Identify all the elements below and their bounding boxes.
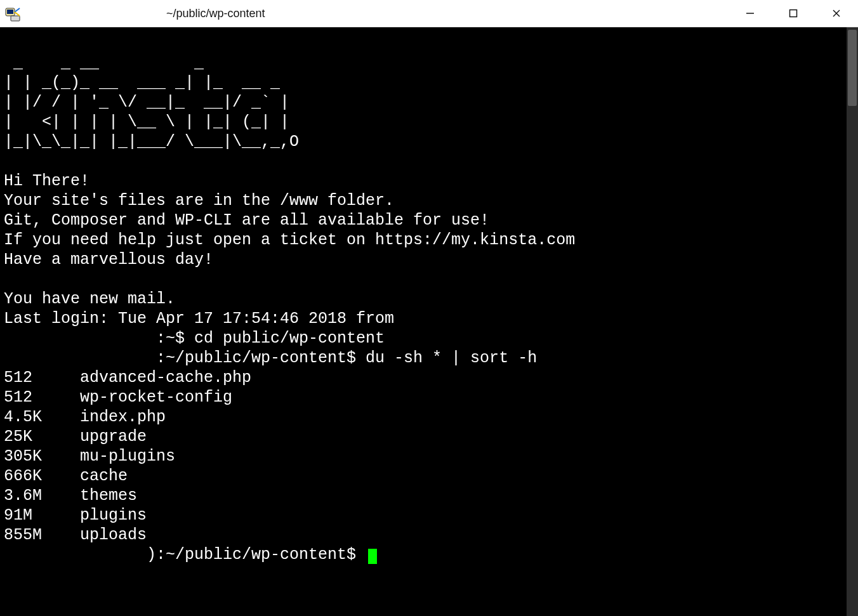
du-name: wp-rocket-config [80, 388, 232, 407]
ascii-art: _ _ __ _ | | _(_)_ __ ___ _| |_ __ _ | |… [4, 54, 299, 151]
du-row: 855Muploads [4, 525, 854, 545]
svg-rect-2 [11, 16, 20, 21]
du-name: cache [80, 467, 128, 485]
greeting-line: If you need help just open a ticket on h… [4, 231, 575, 249]
du-size: 512 [4, 388, 80, 407]
app-icon [0, 4, 27, 22]
du-size: 855M [4, 525, 80, 545]
du-row: 305Kmu-plugins [4, 447, 854, 466]
terminal-output: _ _ __ _ | | _(_)_ __ ___ _| |_ __ _ | |… [0, 27, 858, 565]
last-login: Last login: Tue Apr 17 17:54:46 2018 fro… [4, 310, 394, 328]
svg-line-4 [15, 12, 20, 16]
du-row: 25Kupgrade [4, 427, 854, 447]
scrollbar-thumb[interactable] [848, 30, 857, 106]
du-name: themes [80, 487, 137, 505]
greeting-line: Have a marvellous day! [4, 251, 213, 269]
du-row: 666Kcache [4, 466, 854, 486]
du-row: 4.5Kindex.php [4, 407, 854, 427]
du-name: upgrade [80, 428, 147, 446]
svg-rect-6 [790, 10, 797, 17]
du-size: 305K [4, 447, 80, 466]
cursor-icon [368, 549, 377, 564]
terminal-area[interactable]: _ _ __ _ | | _(_)_ __ ___ _| |_ __ _ | |… [0, 27, 858, 616]
prompt-current: ):~/public/wp-content$ [4, 546, 366, 564]
prompt-line: :~$ cd public/wp-content [4, 329, 385, 348]
mail-notice: You have new mail. [4, 290, 175, 308]
du-row: 3.6Mthemes [4, 486, 854, 506]
du-size: 25K [4, 427, 80, 447]
du-size: 91M [4, 506, 80, 525]
svg-line-3 [15, 8, 20, 12]
close-button[interactable] [815, 0, 858, 27]
du-name: plugins [80, 506, 147, 525]
du-name: mu-plugins [80, 447, 175, 466]
du-row: 91Mplugins [4, 506, 854, 525]
du-row: 512wp-rocket-config [4, 388, 854, 407]
greeting-line: Your site's files are in the /www folder… [4, 192, 394, 210]
greeting-line: Hi There! [4, 172, 89, 190]
du-row: 512advanced-cache.php [4, 368, 854, 388]
du-size: 4.5K [4, 407, 80, 427]
window-controls [729, 0, 858, 27]
svg-rect-1 [7, 10, 13, 14]
du-name: uploads [80, 526, 147, 544]
du-size: 512 [4, 368, 80, 388]
du-size: 666K [4, 466, 80, 486]
du-size: 3.6M [4, 486, 80, 506]
du-name: index.php [80, 408, 166, 426]
prompt-line: :~/public/wp-content$ du -sh * | sort -h [4, 349, 537, 367]
window-titlebar: ~/public/wp-content [0, 0, 858, 27]
du-name: advanced-cache.php [80, 369, 251, 387]
window-title: ~/public/wp-content [27, 7, 729, 20]
maximize-button[interactable] [772, 0, 815, 27]
scrollbar[interactable] [847, 27, 858, 616]
minimize-button[interactable] [729, 0, 772, 27]
greeting-line: Git, Composer and WP-CLI are all availab… [4, 211, 489, 230]
